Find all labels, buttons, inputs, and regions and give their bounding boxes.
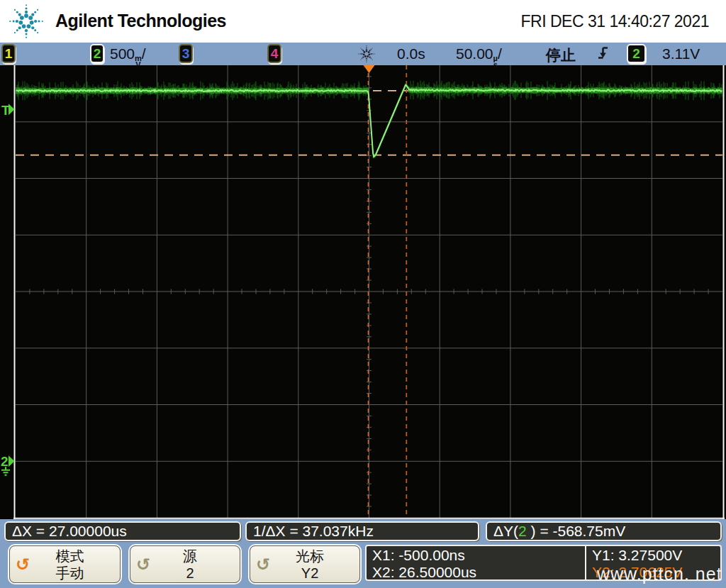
knob-icon: ↺	[256, 558, 270, 572]
trigger-source-badge: 2	[627, 44, 646, 63]
timebase-value: 50.00	[456, 45, 493, 62]
brand-name: Agilent Technologies	[55, 11, 226, 31]
softkey-mode-label: 模式手动	[30, 548, 110, 582]
y1-value: Y1: 3.27500V	[592, 547, 720, 564]
agilent-logo-icon	[4, 1, 48, 41]
inverse-delta-x-readout: 1/ΔX = 37.037kHz	[245, 521, 479, 541]
channel-3-number: 3	[182, 46, 190, 62]
status-bar: 1 2 500mV/ 3 4 0.0s 50.00µs/ 停止 2 3.11V	[0, 43, 726, 65]
x2-value: X2: 26.50000us	[372, 564, 585, 581]
run-state: 停止	[546, 45, 576, 65]
oscilloscope-screen: Agilent Technologies FRI DEC 31 14:40:27…	[0, 0, 726, 588]
softkey-cursor-label: 光标Y2	[270, 548, 350, 582]
delay-readout: 0.0s	[397, 45, 425, 62]
channel-1-badge: 1	[1, 44, 16, 63]
channel-1-number: 1	[5, 46, 13, 62]
channel-4-number: 4	[271, 46, 279, 62]
watermark: www.pttcn. net	[597, 564, 722, 584]
trigger-source-number: 2	[632, 46, 640, 62]
channel-2-badge: 2	[90, 44, 104, 63]
delta-y-source: 2	[518, 523, 527, 540]
graticule-background	[0, 65, 726, 519]
knob-icon: ↺	[16, 558, 30, 572]
x1-value: X1: -500.00ns	[372, 547, 585, 564]
channel-3-badge: 3	[179, 44, 193, 63]
x-cursor-values: X1: -500.00ns X2: 26.50000us	[367, 546, 585, 579]
delta-y-readout: ΔY(2 ) = -568.75mV	[486, 521, 722, 541]
softkey-cursor[interactable]: ↺ 光标Y2	[250, 545, 360, 583]
channel-2-number: 2	[94, 46, 101, 62]
waveform-display: T2	[0, 65, 726, 519]
knob-icon: ↺	[136, 558, 150, 572]
header: Agilent Technologies FRI DEC 31 14:40:27…	[0, 0, 726, 43]
trigger-level-readout: 3.11V	[662, 45, 700, 62]
softkey-source[interactable]: ↺ 源2	[130, 545, 240, 583]
softkey-source-label: 源2	[150, 548, 230, 582]
scale-value: 500	[110, 45, 135, 62]
falling-edge-trigger-icon	[597, 46, 609, 60]
datetime: FRI DEC 31 14:40:27 2021	[521, 12, 709, 31]
acquisition-star-icon	[357, 44, 376, 64]
channel-2-ground-label: 2	[1, 454, 9, 469]
channel-4-badge: 4	[267, 44, 281, 63]
delta-x-readout: ΔX = 27.00000us	[4, 521, 241, 541]
softkey-mode[interactable]: ↺ 模式手动	[9, 545, 121, 583]
